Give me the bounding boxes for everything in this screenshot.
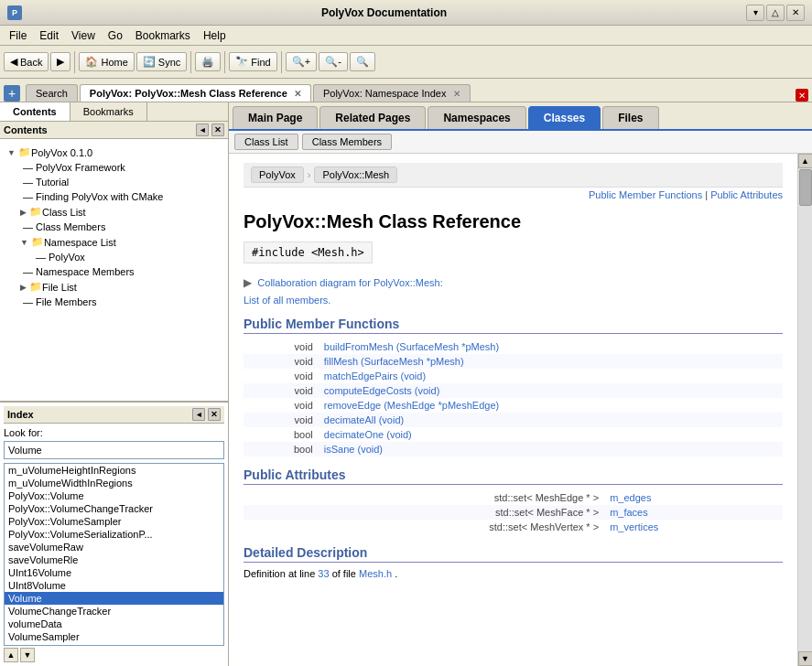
tree-item-filelist[interactable]: ▶ 📁 File List [4,279,224,295]
index-item-7[interactable]: saveVolumeRle [5,553,223,566]
title-bar-buttons[interactable]: ▾ △ ✕ [746,5,805,21]
func-decimateall[interactable]: decimateAll (void) [324,414,404,425]
home-button[interactable]: 🏠 Home [79,52,134,71]
index-collapse-icon[interactable]: ◂ [192,408,205,421]
func-cell-6: decimateOne (void) [319,427,783,442]
menu-edit[interactable]: Edit [34,27,64,44]
func-computeedgecosts[interactable]: computeEdgeCosts (void) [324,385,440,396]
index-item-5[interactable]: PolyVox::VolumeSerializationP... [5,528,223,541]
contents-close-icon[interactable]: ✕ [211,124,224,136]
tree-item-filemembers[interactable]: — File Members [4,295,224,309]
index-item-1[interactable]: m_uVolumeWidthInRegions [5,477,223,489]
index-item-9[interactable]: UInt8Volume [5,579,223,592]
tree-item-tutorial[interactable]: — Tutorial [4,175,224,189]
detail-line-link[interactable]: 33 [318,568,329,579]
all-members-link[interactable]: List of all members. [244,295,783,306]
tree-toggle-polyvox: ▼ [7,148,16,157]
tree-item-framework[interactable]: — PolyVox Framework [4,160,224,175]
tree-item-nsmembers[interactable]: — Namespace Members [4,264,224,279]
index-item-3[interactable]: PolyVox::VolumeChangeTracker [5,502,223,515]
zoom-in-button[interactable]: 🔍+ [286,52,317,71]
search-input[interactable] [4,441,224,459]
tab-mesh[interactable]: PolyVox: PolyVox::Mesh Class Reference ✕ [80,84,311,102]
breadcrumb-mesh[interactable]: PolyVox::Mesh [314,166,397,183]
breadcrumb-polyvox[interactable]: PolyVox [251,166,304,183]
func-decimateone[interactable]: decimateOne (void) [324,429,412,440]
section-pub-mem: Public Member Functions [244,317,783,334]
forward-button[interactable]: ▶ [50,52,70,71]
class-members-btn[interactable]: Class Members [302,134,392,150]
ref-pub-mem[interactable]: Public Member Functions [589,189,702,200]
attr-medges[interactable]: m_edges [610,492,651,503]
index-item-4[interactable]: PolyVox::VolumeSampler [5,515,223,528]
tab-namespaces[interactable]: Namespaces [428,106,525,129]
detail-file-link[interactable]: Mesh.h [359,568,392,579]
attr-cell-0: m_edges [604,490,783,505]
toolbar-sep-3 [224,51,225,73]
tab-main-page[interactable]: Main Page [233,106,318,129]
contents-header-icons: ◂ ✕ [196,124,224,136]
tab-namespace-close[interactable]: ✕ [453,89,460,99]
tab-related-pages[interactable]: Related Pages [319,106,426,129]
index-item-0[interactable]: m_uVolumeHeightInRegions [5,464,223,477]
scroll-thumb[interactable] [799,169,812,206]
maximize-button[interactable]: △ [766,5,785,21]
index-item-6[interactable]: saveVolumeRaw [5,541,223,553]
close-tab-button[interactable]: ✕ [796,89,808,102]
index-item-11[interactable]: VolumeChangeTracker [5,605,223,618]
bookmarks-tab[interactable]: Bookmarks [70,102,147,121]
zoom-out-button[interactable]: 🔍- [319,52,348,71]
folder-icon-polyvox: 📁 [18,146,31,158]
index-item-13[interactable]: VolumeSampler [5,630,223,643]
scroll-up-button[interactable]: ▲ [4,648,18,662]
index-item-8[interactable]: UInt16Volume [5,566,223,579]
index-item-10[interactable]: Volume [5,592,223,605]
menu-go[interactable]: Go [103,27,128,44]
print-button[interactable]: 🖨️ [195,52,221,71]
index-close-icon[interactable]: ✕ [208,408,221,421]
ref-pub-attr[interactable]: Public Attributes [710,189,783,200]
tab-search[interactable]: Search [26,84,78,102]
tree-item-classmembers[interactable]: — Class Members [4,220,224,234]
back-button[interactable]: ◀ Back [4,52,49,71]
tree-item-classlist[interactable]: ▶ 📁 Class List [4,204,224,220]
tab-namespace[interactable]: PolyVox: Namespace Index ✕ [313,84,471,102]
index-item-2[interactable]: PolyVox::Volume [5,489,223,502]
menu-file[interactable]: File [4,27,32,44]
table-row: void removeEdge (MeshEdge *pMeshEdge) [244,398,783,413]
class-list-btn[interactable]: Class List [234,134,298,150]
func-issane[interactable]: isSane (void) [324,444,383,455]
func-cell-5: decimateAll (void) [319,413,783,427]
attr-mvertices[interactable]: m_vertices [610,521,658,532]
index-item-14[interactable]: VolumeSampler< VoxelType > [5,643,223,646]
tab-classes[interactable]: Classes [528,106,601,129]
zoom-reset-button[interactable]: 🔍 [350,52,375,71]
tree-item-nslist[interactable]: ▼ 📁 Namespace List [4,234,224,250]
add-tab-button[interactable]: + [4,85,20,102]
attr-mfaces[interactable]: m_faces [610,507,648,518]
content-area: PolyVox › PolyVox::Mesh Public Member Fu… [229,154,797,666]
tree-item-polyvox[interactable]: ▼ 📁 PolyVox 0.1.0 [4,145,224,160]
menu-bookmarks[interactable]: Bookmarks [130,27,196,44]
func-matchedgepairs[interactable]: matchEdgePairs (void) [324,371,426,381]
menu-help[interactable]: Help [198,27,232,44]
tab-close-icon[interactable]: ✕ [294,89,301,99]
contents-tab[interactable]: Contents [0,102,70,121]
menu-view[interactable]: View [66,27,101,44]
tree-item-cmake[interactable]: — Finding PolyVox with CMake [4,189,224,204]
func-fillmesh[interactable]: fillMesh (SurfaceMesh *pMesh) [324,356,464,367]
collab-link[interactable]: Collaboration diagram for PolyVox::Mesh: [257,277,442,288]
contents-collapse-icon[interactable]: ◂ [196,124,209,136]
minimize-button[interactable]: ▾ [746,5,764,21]
func-buildfrommesh[interactable]: buildFromMesh (SurfaceMesh *pMesh) [324,341,499,352]
index-item-12[interactable]: volumeData [5,618,223,630]
scroll-down-btn[interactable]: ▼ [798,651,813,666]
func-removeedge[interactable]: removeEdge (MeshEdge *pMeshEdge) [324,400,499,411]
tab-files[interactable]: Files [602,106,658,129]
scroll-down-button[interactable]: ▼ [20,648,35,662]
tree-item-polyvox-ns[interactable]: — PolyVox [4,250,224,264]
close-button[interactable]: ✕ [786,5,805,21]
scroll-up-btn[interactable]: ▲ [798,154,813,168]
find-button[interactable]: 🔭 Find [229,52,276,71]
sync-button[interactable]: 🔄 Sync [136,52,187,71]
